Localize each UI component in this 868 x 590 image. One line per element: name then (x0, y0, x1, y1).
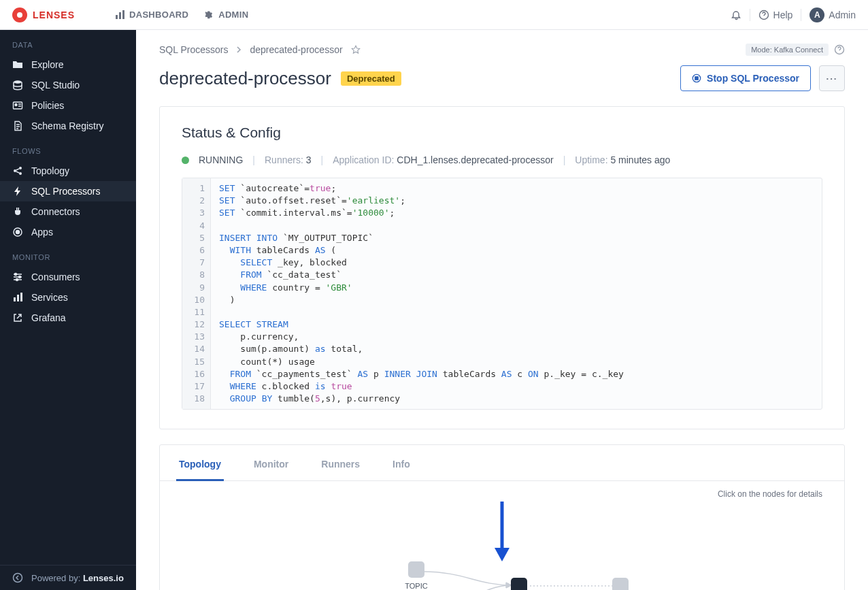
status-state: RUNNING (199, 154, 243, 165)
svg-rect-5 (14, 102, 22, 109)
topo-node-topic-in1[interactable]: TOPIC cc_data_test (375, 561, 457, 590)
topo-node-processor[interactable]: PROCESSOR (478, 578, 560, 590)
user-name: Admin (829, 10, 856, 20)
appid-label: Application ID: (333, 154, 394, 165)
sidebar-item-topology[interactable]: Topology (0, 161, 136, 181)
nav-admin-label: ADMIN (218, 10, 248, 20)
svg-marker-23 (495, 548, 510, 561)
tab-info[interactable]: Info (390, 449, 413, 481)
document-icon (12, 120, 23, 131)
svg-point-14 (16, 279, 18, 281)
bar-chart-icon (12, 292, 23, 303)
uptime-label: Uptime: (575, 154, 607, 165)
sidebar-item-connectors[interactable]: Connectors (0, 201, 136, 222)
code-gutter: 1 2 3 4 5 6 7 8 9 10 11 12 13 14 15 16 1… (182, 178, 211, 409)
sidebar-item-services[interactable]: Services (0, 287, 136, 308)
user-menu[interactable]: A Admin (809, 7, 856, 22)
share-nodes-icon (12, 165, 23, 176)
sidebar-footer: Powered by: Lenses.io (0, 565, 136, 590)
sidebar-item-label: Policies (31, 100, 64, 111)
sidebar-item-label: Services (31, 292, 68, 303)
help-circle-icon[interactable] (834, 44, 845, 55)
sidebar-item-policies[interactable]: Policies (0, 95, 136, 116)
sidebar-section-data: DATA (0, 30, 136, 54)
footer-text: Powered by: Lenses.io (31, 573, 124, 583)
tab-monitor[interactable]: Monitor (251, 449, 291, 481)
svg-point-12 (15, 274, 17, 276)
svg-rect-16 (17, 295, 19, 301)
sidebar-item-label: SQL Studio (31, 80, 80, 91)
topology-diagram: TOPIC cc_data_test TOPIC cc_payments_tes… (182, 502, 822, 590)
collapse-icon[interactable] (12, 572, 23, 583)
tab-topology[interactable]: Topology (176, 449, 224, 481)
breadcrumb-root[interactable]: SQL Processors (159, 44, 228, 55)
deprecated-badge: Deprecated (341, 71, 401, 86)
logo-mark-icon (12, 7, 27, 22)
brand-text: LENSES (33, 10, 75, 20)
sql-code-block: 1 2 3 4 5 6 7 8 9 10 11 12 13 14 15 16 1… (182, 178, 822, 410)
page-title: deprecated-processor (159, 68, 331, 89)
sidebar-item-label: Connectors (31, 206, 80, 217)
sidebar-item-explore[interactable]: Explore (0, 54, 136, 75)
status-heading: Status & Config (182, 125, 822, 141)
detail-tabs: Topology Monitor Runners Info (160, 449, 844, 481)
divider (750, 9, 750, 21)
status-config-card: Status & Config RUNNING | Runners: 3 | A… (159, 106, 845, 429)
sidebar-item-sqlprocessors[interactable]: SQL Processors (0, 181, 136, 201)
topbar: LENSES DASHBOARD ADMIN Help A Admin (0, 0, 868, 30)
svg-point-7 (14, 169, 16, 172)
nav-admin[interactable]: ADMIN (203, 10, 248, 20)
tab-runners[interactable]: Runners (318, 449, 363, 481)
sidebar-item-grafana[interactable]: Grafana (0, 308, 136, 328)
main-content: SQL Processors deprecated-processor Mode… (136, 30, 868, 590)
brand-logo[interactable]: LENSES (12, 7, 75, 22)
help-circle-icon (758, 10, 769, 20)
sidebar-item-apps[interactable]: Apps (0, 222, 136, 242)
sidebar-item-consumers[interactable]: Consumers (0, 267, 136, 287)
nav-dashboard-label: DASHBOARD (129, 10, 188, 20)
svg-point-4 (14, 80, 22, 83)
status-line: RUNNING | Runners: 3 | Application ID: C… (182, 154, 822, 165)
sidebar-section-flows: FLOWS (0, 136, 136, 161)
help-label: Help (773, 10, 793, 20)
help-link[interactable]: Help (758, 10, 793, 20)
svg-point-13 (19, 276, 21, 278)
external-link-icon (12, 312, 23, 323)
code-content[interactable]: SET `autocreate`=true; SET `auto.offset.… (211, 178, 822, 409)
database-icon (12, 80, 23, 91)
sidebar-item-label: Topology (31, 165, 69, 176)
avatar: A (809, 7, 824, 22)
mode-badge: Mode: Kafka Connect (746, 44, 829, 56)
title-row: deprecated-processor Deprecated Stop SQL… (159, 65, 845, 91)
topology-card: Topology Monitor Runners Info Click on t… (159, 444, 845, 590)
runners-value: 3 (306, 154, 312, 165)
node-kind: TOPIC (375, 582, 457, 590)
plug-icon (12, 206, 23, 217)
svg-point-11 (16, 231, 20, 234)
topbar-right: Help A Admin (731, 7, 856, 22)
divider (801, 9, 801, 21)
more-actions-button[interactable]: ··· (819, 65, 845, 91)
stop-button-label: Stop SQL Processor (707, 73, 799, 84)
status-dot-icon (182, 157, 189, 164)
sidebar-item-sqlstudio[interactable]: SQL Studio (0, 75, 136, 95)
breadcrumb-leaf: deprecated-processor (250, 44, 342, 55)
dots-icon: ··· (826, 73, 837, 84)
stop-circle-icon (692, 73, 701, 83)
svg-rect-2 (122, 10, 124, 19)
topo-node-topic-out[interactable]: TOPIC MY_OUTPUT_TOPIC (580, 578, 661, 590)
star-icon[interactable] (351, 45, 361, 54)
svg-rect-1 (119, 12, 121, 19)
sidebar-section-monitor: MONITOR (0, 242, 136, 267)
bell-icon[interactable] (731, 10, 741, 20)
sidebar-item-schema[interactable]: Schema Registry (0, 116, 136, 136)
svg-rect-0 (116, 15, 118, 19)
top-nav: DASHBOARD ADMIN (114, 10, 248, 20)
svg-rect-17 (20, 293, 22, 301)
sidebar-item-label: Grafana (31, 312, 66, 323)
sidebar-item-label: Apps (31, 227, 53, 237)
appid-value: CDH_1.lenses.deprecated-processor (397, 154, 553, 165)
nav-dashboard[interactable]: DASHBOARD (114, 10, 188, 20)
stop-processor-button[interactable]: Stop SQL Processor (680, 65, 811, 91)
gear-icon (203, 10, 214, 20)
